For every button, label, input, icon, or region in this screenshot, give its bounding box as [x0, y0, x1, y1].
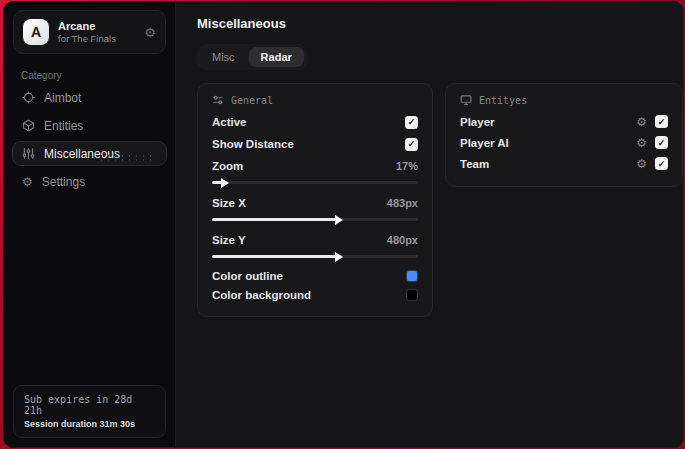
- check-icon: ✓: [658, 117, 666, 127]
- sidebar-nav: Aimbot Entities Miscellaneous: [4, 85, 175, 194]
- team-checkbox[interactable]: ✓: [655, 157, 668, 170]
- size-x-value: 483px: [387, 197, 418, 209]
- entity-row-team: Team ⚙ ✓: [460, 153, 668, 174]
- sidebar-item-settings[interactable]: ⚙ Settings: [12, 169, 167, 194]
- check-icon: ✓: [408, 139, 416, 149]
- entity-row-player-ai: Player AI ⚙ ✓: [460, 132, 668, 153]
- tab-bar: Misc Radar: [197, 44, 307, 70]
- zoom-slider-fill: [212, 181, 226, 184]
- tab-misc[interactable]: Misc: [200, 47, 247, 67]
- entities-panel-title: Entityes: [479, 95, 527, 106]
- crosshair-icon: [22, 91, 35, 104]
- subscription-card: Sub expires in 28d 21h Session duration …: [13, 385, 166, 438]
- gear-icon[interactable]: ⚙: [636, 116, 647, 128]
- check-icon: ✓: [658, 159, 666, 169]
- toggle-row-active: Active ✓: [212, 111, 418, 133]
- size-y-value: 480px: [387, 234, 418, 246]
- app-subtitle: for The Finals: [58, 33, 116, 44]
- sidebar-item-entities[interactable]: Entities: [12, 113, 167, 138]
- tab-radar[interactable]: Radar: [249, 47, 304, 67]
- slider-row-size-x: Size X 483px: [212, 192, 418, 214]
- subscription-expiry: Sub expires in 28d 21h: [24, 394, 155, 416]
- app-logo: A: [23, 19, 49, 45]
- entities-panel-header: Entityes: [460, 94, 668, 106]
- app-title-block: Arcane for The Finals: [58, 20, 116, 44]
- general-panel-title: General: [231, 95, 273, 106]
- category-label: Category: [21, 70, 175, 81]
- size-x-slider-fill: [212, 218, 340, 221]
- player-ai-checkbox[interactable]: ✓: [655, 136, 668, 149]
- zoom-slider[interactable]: [212, 181, 418, 184]
- show-distance-checkbox[interactable]: ✓: [405, 138, 418, 151]
- app-name: Arcane: [58, 20, 116, 32]
- sidebar-item-aimbot[interactable]: Aimbot: [12, 85, 167, 110]
- gear-icon[interactable]: ⚙: [636, 158, 647, 170]
- check-icon: ✓: [658, 138, 666, 148]
- slider-row-zoom: Zoom 17%: [212, 155, 418, 177]
- session-duration: Session duration 31m 30s: [24, 419, 155, 429]
- sidebar-item-label: Miscellaneous: [44, 147, 120, 161]
- size-y-slider-fill: [212, 255, 340, 258]
- sliders-icon: [212, 94, 224, 106]
- gear-icon: ⚙: [22, 175, 33, 189]
- active-checkbox[interactable]: ✓: [405, 116, 418, 129]
- sidebar-item-miscellaneous[interactable]: Miscellaneous: [12, 141, 167, 166]
- sliders-icon: [22, 147, 35, 160]
- entity-row-player: Player ⚙ ✓: [460, 111, 668, 132]
- player-checkbox[interactable]: ✓: [655, 115, 668, 128]
- zoom-value: 17%: [396, 160, 418, 172]
- app-window: A Arcane for The Finals ⚙ Category Aimbo…: [3, 1, 684, 448]
- check-icon: ✓: [408, 117, 416, 127]
- gear-icon[interactable]: ⚙: [144, 25, 156, 40]
- sidebar: A Arcane for The Finals ⚙ Category Aimbo…: [4, 2, 176, 447]
- app-logo-card: A Arcane for The Finals ⚙: [13, 10, 166, 54]
- background-color-swatch[interactable]: [406, 289, 418, 301]
- size-x-slider[interactable]: [212, 218, 418, 221]
- entities-panel: Entityes Player ⚙ ✓ Player AI ⚙ ✓: [445, 83, 683, 187]
- general-panel: General Active ✓ Show Distance ✓ Zoom 17…: [197, 83, 433, 317]
- sidebar-item-label: Entities: [44, 119, 83, 133]
- slider-row-size-y: Size Y 480px: [212, 229, 418, 251]
- general-panel-header: General: [212, 94, 418, 106]
- size-y-slider[interactable]: [212, 255, 418, 258]
- page-title: Miscellaneous: [197, 16, 683, 31]
- color-row-outline: Color outline: [212, 266, 418, 285]
- sidebar-item-label: Aimbot: [44, 91, 81, 105]
- cube-icon: [22, 119, 35, 132]
- color-row-background: Color background: [212, 285, 418, 304]
- toggle-row-show-distance: Show Distance ✓: [212, 133, 418, 155]
- main-content: Miscellaneous Misc Radar General: [176, 2, 684, 447]
- outline-color-swatch[interactable]: [406, 270, 418, 282]
- panel-row: General Active ✓ Show Distance ✓ Zoom 17…: [197, 83, 683, 317]
- monitor-icon: [460, 94, 472, 106]
- sidebar-item-label: Settings: [42, 175, 85, 189]
- gear-icon[interactable]: ⚙: [636, 137, 647, 149]
